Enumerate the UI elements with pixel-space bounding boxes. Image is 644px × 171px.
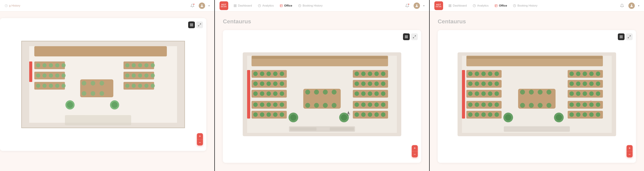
avatar-left[interactable] [199,3,205,9]
svg-rect-160 [450,5,451,5]
bell-badge-center [408,3,410,5]
svg-point-211 [520,90,525,94]
nav-office-center[interactable]: Office [280,4,292,8]
zoom-in-right[interactable]: + [626,145,632,151]
nav-dashboard-center[interactable]: Dashboard [234,4,252,8]
bell-button-left[interactable] [189,3,196,9]
svg-point-191 [494,81,499,86]
nav-office-right[interactable]: Office [494,4,507,8]
avatar-right[interactable] [628,3,635,9]
svg-rect-12 [29,62,32,82]
svg-point-143 [374,102,379,107]
svg-point-18 [62,63,66,67]
svg-point-194 [475,91,479,96]
svg-rect-157 [330,127,354,131]
zoom-out-right[interactable]: − [626,151,632,157]
svg-point-237 [589,91,594,96]
svg-point-124 [368,72,372,76]
bell-badge-left [193,3,195,5]
svg-point-254 [556,114,562,120]
zoom-out-center[interactable]: − [412,151,418,157]
nav-dashboard-right[interactable]: Dashboard [448,4,467,8]
nav-booking-history-left[interactable]: g History [5,4,20,8]
office-label-right: Office [499,4,507,8]
chart-icon-center [258,4,261,7]
svg-point-214 [546,90,552,94]
zoom-out-left[interactable]: − [197,139,203,145]
svg-point-52 [132,84,136,88]
expand-btn-right[interactable] [626,34,632,40]
svg-point-111 [280,112,284,117]
svg-point-41 [138,63,142,67]
svg-point-103 [266,102,271,107]
avatar-chevron-right[interactable]: ▾ [638,4,639,7]
nav-analytics-center[interactable]: Analytics [258,4,274,8]
svg-point-113 [305,90,310,94]
floorplan-right: + − [438,30,636,163]
bell-button-center[interactable] [404,3,410,9]
grid-btn-right[interactable] [618,34,624,40]
svg-rect-169 [620,36,621,37]
svg-rect-68 [280,5,282,7]
avatar-chevron-left[interactable]: ▾ [208,4,210,7]
svg-point-241 [576,102,580,107]
svg-rect-4 [192,25,193,26]
svg-point-201 [481,102,486,107]
avatar-chevron-center[interactable]: ▾ [423,4,424,7]
clock-icon-right [513,4,516,7]
svg-point-114 [314,90,319,94]
zoom-in-center[interactable]: + [412,145,418,151]
panel-center: HOT DESK Dashboard [214,0,429,171]
nav-booking-right[interactable]: Booking History [513,4,537,8]
expand-btn-left[interactable] [196,22,203,28]
controls-top-center [403,34,418,40]
floorplan-center: + − [223,30,421,163]
svg-point-15 [42,63,46,67]
panel-left: g History ▾ [0,0,214,171]
svg-point-207 [481,112,486,117]
svg-point-195 [481,91,486,96]
logo-right[interactable]: HOT DESK [434,1,443,10]
svg-point-236 [582,91,587,96]
svg-point-142 [368,102,372,107]
grid-btn-center[interactable] [403,34,410,40]
svg-line-75 [415,36,416,37]
bell-button-right[interactable] [619,3,625,9]
zoom-in-left[interactable]: + [197,133,203,139]
booking-label-right: Booking History [518,4,537,8]
svg-rect-166 [495,5,497,7]
building-icon-right [494,4,498,7]
svg-point-86 [273,72,278,76]
svg-rect-5 [190,25,191,26]
content-left: + − [0,12,214,171]
expand-btn-center[interactable] [411,34,418,40]
svg-point-199 [468,102,472,107]
floorplan-svg-left [14,28,192,141]
nav-analytics-right[interactable]: Analytics [473,4,488,8]
logo-bottom-center: DESK [221,6,227,8]
logo-center[interactable]: HOT DESK [220,1,228,10]
svg-point-225 [589,72,594,76]
svg-point-102 [260,102,264,107]
svg-point-1 [201,4,202,6]
svg-rect-72 [407,36,408,37]
svg-point-105 [280,102,284,107]
avatar-center[interactable] [414,3,420,9]
svg-point-181 [468,72,472,76]
svg-point-200 [475,102,479,107]
svg-point-223 [576,72,580,76]
booking-history-label-left: g History [9,4,20,8]
nav-links-center: Dashboard Analytics [234,4,404,8]
svg-point-228 [569,81,574,86]
grid-btn-left[interactable] [188,22,195,28]
svg-rect-161 [450,6,451,7]
svg-rect-159 [449,5,450,5]
svg-point-34 [100,81,104,86]
svg-point-36 [91,91,95,96]
svg-point-244 [596,102,600,107]
svg-point-231 [589,81,594,86]
svg-point-123 [361,72,366,76]
svg-point-168 [631,4,632,6]
svg-rect-156 [290,127,317,131]
nav-booking-center[interactable]: Booking History [298,4,322,8]
